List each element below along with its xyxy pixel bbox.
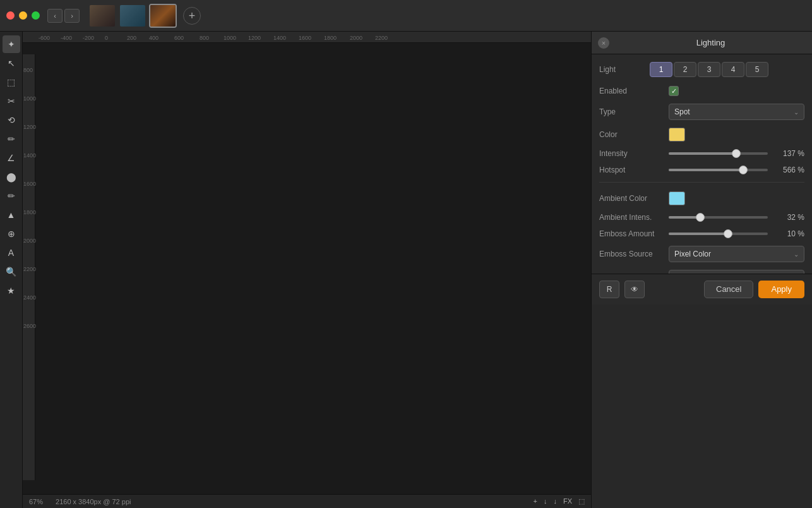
panel-footer: R 👁 Cancel Apply	[592, 274, 812, 305]
hotspot-slider-container: 566 %	[669, 166, 804, 174]
ambient-color-control	[669, 191, 804, 205]
ambient-intens-row: Ambient Intens. 32 %	[599, 213, 804, 222]
color-label: Color	[599, 130, 669, 139]
tool-text[interactable]: A	[3, 244, 20, 262]
eye-icon: 👁	[631, 285, 638, 294]
ambient-intens-track	[669, 216, 768, 219]
thumbnail-2[interactable]	[119, 4, 146, 28]
hotspot-label: Hotspot	[599, 166, 669, 174]
add-document-button[interactable]: +	[183, 7, 201, 25]
add-layer-icon[interactable]: +	[534, 497, 537, 505]
enabled-control	[669, 86, 804, 96]
ambient-intens-value: 32 %	[773, 213, 804, 222]
divider-1	[599, 182, 804, 183]
color-control	[669, 128, 804, 142]
ambient-color-row: Ambient Color	[599, 191, 804, 205]
tool-transform[interactable]: ⟲	[3, 111, 20, 129]
panel-title: Lighting	[616, 38, 806, 47]
left-toolbar: ✦ ↖ ⬚ ✂ ⟲ ✏ ∠ ⬤ ✏ ▲ ⊕ A 🔍 ★	[0, 32, 23, 508]
color-row: Color	[599, 128, 804, 142]
intensity-slider-thumb[interactable]	[732, 149, 741, 158]
tool-eyedrop[interactable]: ⊕	[3, 225, 20, 243]
r-button[interactable]: R	[599, 281, 619, 298]
layers-icon[interactable]: ⬚	[578, 497, 585, 505]
fullscreen-button[interactable]	[32, 11, 40, 20]
chevron-down-icon-2: ⌄	[794, 251, 799, 258]
lighting-panel: × Lighting Light 1 2 3 4 5 Enabled	[591, 32, 812, 508]
canvas-dimensions: 2160 x 3840px @ 72 ppi	[56, 498, 131, 505]
ambient-intens-slider-container: 32 %	[669, 213, 804, 222]
canvas-area-outer: 800 1000 1200 1400 1600 1800 2000 2200 2…	[23, 43, 591, 494]
cancel-button[interactable]: Cancel	[704, 281, 753, 298]
light-buttons: 1 2 3 4 5	[650, 62, 768, 77]
ambient-color-label: Ambient Color	[599, 194, 669, 203]
light-button-3[interactable]: 3	[698, 62, 720, 77]
chevron-down-icon: ⌄	[794, 109, 799, 116]
emboss-source-row: Emboss Source Pixel Color ⌄	[599, 246, 804, 262]
intensity-row: Intensity 137 %	[599, 149, 804, 158]
tool-angle[interactable]: ∠	[3, 149, 20, 167]
enabled-checkbox[interactable]	[669, 86, 679, 96]
type-label: Type	[599, 107, 669, 116]
export-icon[interactable]: ↓	[553, 497, 557, 505]
ambient-color-swatch[interactable]	[669, 191, 685, 205]
type-select[interactable]: Spot ⌄	[669, 104, 804, 120]
apply-button[interactable]: Apply	[758, 281, 804, 298]
hotspot-row: Hotspot 566 %	[599, 166, 804, 174]
emboss-source-select[interactable]: Pixel Color ⌄	[669, 246, 804, 262]
emboss-amount-label: Emboss Amount	[599, 229, 669, 238]
intensity-slider-track	[669, 152, 768, 155]
light-button-1[interactable]: 1	[650, 62, 672, 77]
light-button-2[interactable]: 2	[674, 62, 696, 77]
main-content: ✦ ↖ ⬚ ✂ ⟲ ✏ ∠ ⬤ ✏ ▲ ⊕ A 🔍 ★ -600 -400 -2…	[0, 32, 812, 508]
thumbnail-list	[88, 4, 177, 28]
preview-eye-button[interactable]: 👁	[624, 281, 645, 298]
ambient-intens-label: Ambient Intens.	[599, 213, 669, 222]
color-swatch[interactable]	[669, 128, 685, 142]
type-row: Type Spot ⌄	[599, 104, 804, 120]
panel-close-button[interactable]: ×	[598, 37, 609, 49]
tool-select[interactable]: ↖	[3, 54, 20, 72]
light-selector-row: Light 1 2 3 4 5	[599, 62, 804, 77]
traffic-lights	[6, 11, 40, 20]
ruler-vertical: 800 1000 1200 1400 1600 1800 2000 2200 2…	[23, 54, 35, 480]
emboss-amount-value: 10 %	[773, 229, 804, 238]
emboss-source-label: Emboss Source	[599, 250, 669, 258]
thumbnail-1[interactable]	[88, 4, 116, 28]
nav-back-button[interactable]: ‹	[47, 9, 63, 23]
light-button-4[interactable]: 4	[722, 62, 744, 77]
tool-paint[interactable]: ✏	[3, 130, 20, 148]
tool-lasso[interactable]: ✂	[3, 92, 20, 110]
intensity-slider-container: 137 %	[669, 149, 804, 158]
type-value: Spot	[674, 107, 690, 116]
emboss-amount-thumb[interactable]	[724, 229, 732, 238]
thumbnail-3[interactable]	[149, 4, 177, 28]
tool-pen[interactable]: ✏	[3, 187, 20, 205]
nav-forward-button[interactable]: ›	[64, 9, 80, 23]
download-icon[interactable]: ↓	[544, 497, 547, 505]
hotspot-value: 566 %	[773, 166, 804, 174]
close-button[interactable]	[6, 11, 15, 20]
panel-header: × Lighting	[592, 32, 812, 54]
canvas-wrapper: -600 -400 -200 0 200 400 600 800 1000 12…	[23, 32, 591, 508]
enabled-label: Enabled	[599, 87, 669, 95]
light-button-5[interactable]: 5	[746, 62, 768, 77]
ambient-intens-thumb[interactable]	[696, 213, 705, 222]
tool-fill[interactable]: ⬤	[3, 168, 20, 186]
tool-star[interactable]: ★	[3, 282, 20, 299]
fx-icon[interactable]: FX	[563, 497, 572, 505]
tool-move[interactable]: ✦	[3, 35, 20, 53]
tool-shape[interactable]: ▲	[3, 206, 20, 224]
emboss-source-control: Pixel Color ⌄	[669, 246, 804, 262]
type-control: Spot ⌄	[669, 104, 804, 120]
hotspot-slider-thumb[interactable]	[739, 166, 748, 174]
bottom-bar: 67% 2160 x 3840px @ 72 ppi + ↓ ↓ FX ⬚	[23, 494, 591, 508]
tool-rect-select[interactable]: ⬚	[3, 73, 20, 91]
minimize-button[interactable]	[19, 11, 27, 20]
panel-body: Light 1 2 3 4 5 Enabled Type	[592, 54, 812, 274]
emboss-source-value: Pixel Color	[674, 250, 711, 258]
tool-zoom[interactable]: 🔍	[3, 263, 20, 281]
light-label: Light	[599, 65, 650, 74]
intensity-value: 137 %	[773, 149, 804, 158]
zoom-level: 67%	[29, 498, 43, 505]
